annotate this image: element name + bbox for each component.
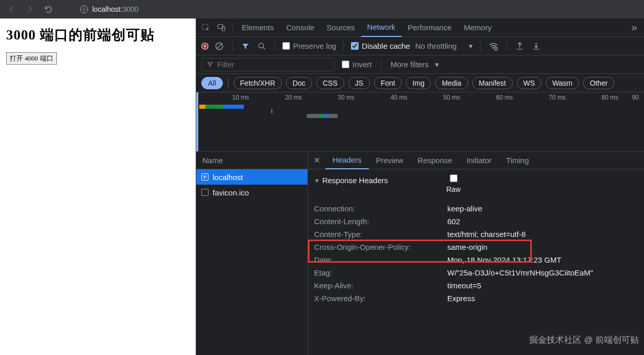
detail-tab-headers[interactable]: Headers bbox=[325, 152, 369, 169]
detail-tab-preview[interactable]: Preview bbox=[369, 152, 410, 169]
detail-tab-response[interactable]: Response bbox=[410, 152, 460, 169]
filter-media[interactable]: Media bbox=[435, 77, 468, 89]
import-har-icon[interactable] bbox=[514, 41, 525, 52]
network-content: Name localhost favicon.ico bbox=[196, 152, 644, 355]
document-icon bbox=[201, 173, 209, 181]
disable-cache-checkbox[interactable]: Disable cache bbox=[351, 42, 410, 50]
address-bar[interactable]: localhost:3000 bbox=[74, 2, 144, 16]
open-4000-button[interactable]: 打开 4000 端口 bbox=[6, 52, 57, 65]
details-tabs: ✕ Headers Preview Response Initiator Tim… bbox=[308, 152, 644, 169]
response-headers-table: Connection:keep-alive Content-Length:602… bbox=[308, 202, 644, 305]
inspect-icon[interactable] bbox=[198, 20, 214, 35]
tab-console[interactable]: Console bbox=[280, 18, 321, 37]
close-details-button[interactable]: ✕ bbox=[308, 152, 325, 169]
svg-line-9 bbox=[263, 47, 265, 49]
page-heading: 3000 端口的前端创可贴 bbox=[6, 26, 190, 44]
address-url: localhost:3000 bbox=[92, 5, 138, 13]
filter-fetch-xhr[interactable]: Fetch/XHR bbox=[234, 77, 282, 89]
filter-img[interactable]: Img bbox=[406, 77, 431, 89]
timeline-overview[interactable]: 10 ms 20 ms 30 ms 40 ms 50 ms 60 ms 70 m… bbox=[196, 92, 644, 152]
expand-icon: ▼ bbox=[314, 177, 320, 184]
filter-wasm[interactable]: Wasm bbox=[546, 77, 579, 89]
svg-point-8 bbox=[259, 43, 263, 48]
devtools-tabs: Elements Console Sources Network Perform… bbox=[196, 18, 644, 37]
table-row: Keep-Alive:timeout=5 bbox=[314, 279, 638, 292]
image-icon bbox=[201, 189, 209, 196]
response-headers-section[interactable]: ▼ Response Headers bbox=[308, 175, 644, 186]
table-row: Date:Mon, 18 Nov 2024 13:17:23 GMT bbox=[314, 253, 638, 266]
table-row: X-Powered-By:Express bbox=[314, 292, 638, 305]
forward-button[interactable] bbox=[23, 2, 37, 16]
filter-manifest[interactable]: Manifest bbox=[472, 77, 513, 89]
tab-elements[interactable]: Elements bbox=[236, 18, 280, 37]
requests-list: Name localhost favicon.ico bbox=[196, 152, 308, 355]
reload-button[interactable] bbox=[41, 2, 55, 16]
record-button[interactable] bbox=[201, 43, 209, 50]
insecure-icon bbox=[80, 5, 88, 13]
network-toolbar: Preserve log Disable cache No throttling… bbox=[196, 37, 644, 55]
devtools-panel: Elements Console Sources Network Perform… bbox=[196, 18, 644, 355]
invert-checkbox[interactable]: Invert bbox=[342, 60, 372, 69]
filter-js[interactable]: JS bbox=[348, 77, 370, 89]
tab-network[interactable]: Network bbox=[361, 18, 402, 37]
tab-memory[interactable]: Memory bbox=[458, 18, 498, 37]
request-item-favicon[interactable]: favicon.ico bbox=[196, 185, 307, 200]
headers-body: ▼ Response Headers Raw Connection:keep-a… bbox=[308, 169, 644, 355]
svg-line-7 bbox=[217, 44, 222, 48]
browser-toolbar: localhost:3000 bbox=[0, 0, 644, 18]
request-details: ✕ Headers Preview Response Initiator Tim… bbox=[308, 152, 644, 355]
page-viewport: 3000 端口的前端创可贴 打开 4000 端口 bbox=[0, 18, 196, 355]
timeline-tracks bbox=[199, 105, 338, 119]
search-icon[interactable] bbox=[256, 41, 267, 52]
name-column-header[interactable]: Name bbox=[196, 152, 307, 169]
clear-icon[interactable] bbox=[214, 41, 225, 52]
table-row: Etag:W/"25a-D3J/o+C5t1VmrNHsgG3CiitoEaM" bbox=[314, 266, 638, 279]
filter-input[interactable] bbox=[201, 58, 335, 71]
table-row: Content-Length:602 bbox=[314, 215, 638, 228]
filter-bar: Invert More filters▾ bbox=[196, 55, 644, 74]
export-har-icon[interactable] bbox=[530, 41, 542, 52]
filter-all[interactable]: All bbox=[201, 77, 223, 89]
table-row: Content-Type:text/html; charset=utf-8 bbox=[314, 228, 638, 241]
raw-toggle[interactable]: Raw bbox=[446, 174, 461, 193]
table-row: Cross-Origin-Opener-Policy:same-origin bbox=[314, 241, 638, 253]
more-tabs-icon[interactable]: » bbox=[627, 20, 642, 35]
more-filters-dropdown[interactable]: More filters▾ bbox=[391, 60, 439, 69]
tab-sources[interactable]: Sources bbox=[321, 18, 361, 37]
network-conditions-icon[interactable] bbox=[488, 41, 499, 52]
filter-css[interactable]: CSS bbox=[316, 77, 344, 89]
filter-ws[interactable]: WS bbox=[517, 77, 542, 89]
table-row: Connection:keep-alive bbox=[314, 202, 638, 215]
filter-doc[interactable]: Doc bbox=[286, 77, 312, 89]
filter-font[interactable]: Font bbox=[374, 77, 402, 89]
detail-tab-initiator[interactable]: Initiator bbox=[460, 152, 499, 169]
preserve-log-checkbox[interactable]: Preserve log bbox=[282, 42, 336, 50]
back-button[interactable] bbox=[4, 2, 18, 16]
throttling-dropdown[interactable]: No throttling▾ bbox=[415, 42, 473, 51]
filter-other[interactable]: Other bbox=[583, 77, 614, 89]
tab-performance[interactable]: Performance bbox=[402, 18, 458, 37]
device-toggle-icon[interactable] bbox=[214, 20, 229, 35]
type-filter-bar: All Fetch/XHR Doc CSS JS Font Img Media … bbox=[196, 74, 644, 92]
request-item-localhost[interactable]: localhost bbox=[196, 169, 307, 185]
filter-toggle-icon[interactable] bbox=[240, 41, 251, 52]
detail-tab-timing[interactable]: Timing bbox=[499, 152, 536, 169]
